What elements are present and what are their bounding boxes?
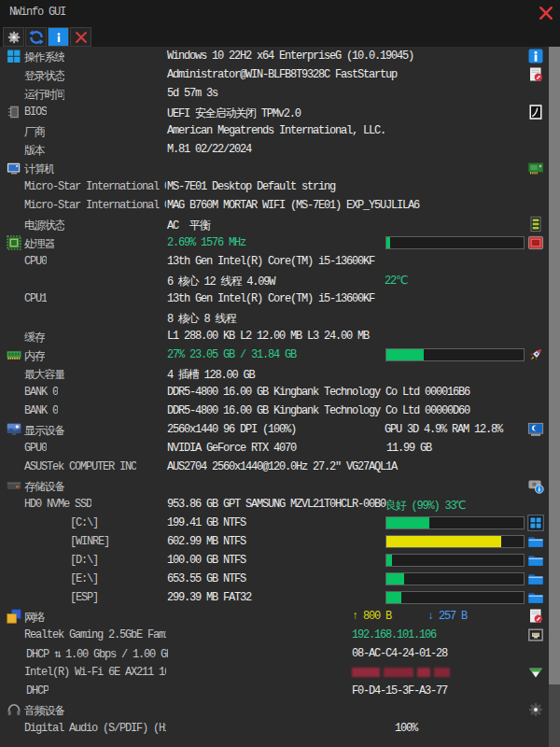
exit-button[interactable] bbox=[70, 27, 91, 47]
pcb-card-icon bbox=[527, 160, 544, 176]
usage-bar-fill bbox=[386, 555, 392, 566]
redacted-block bbox=[352, 668, 380, 677]
usage-bar bbox=[385, 516, 525, 529]
redacted-mac bbox=[352, 668, 454, 677]
info-row[interactable]: 最大容量4 插槽 128.00 GB bbox=[0, 364, 549, 383]
row-label: 缓存 bbox=[24, 330, 45, 345]
window-title: NWinfo GUI bbox=[9, 6, 65, 19]
info-row[interactable]: 运行时间5d 57m 3s bbox=[0, 84, 549, 103]
info-row[interactable]: DHCPF0-D4-15-3F-A3-77 bbox=[0, 682, 549, 700]
info-row[interactable]: 网络↑ 800 B↓ 257 B bbox=[0, 607, 549, 626]
info-row[interactable]: Micro-Star International CMS-7E01 Deskto… bbox=[0, 177, 549, 196]
row-value: UEFI 安全启动关闭 TPMv2.0 bbox=[167, 106, 301, 121]
redacted-block bbox=[434, 668, 450, 677]
row-label: 运行时间 bbox=[24, 87, 64, 103]
row-value: MAG B760M MORTAR WIFI (MS-7E01) EXP_Y5UJ… bbox=[167, 199, 419, 212]
info-row[interactable]: BANK 0DDR5-4800 16.00 GB Kingbank Techno… bbox=[0, 402, 549, 420]
redacted-block bbox=[384, 668, 413, 677]
info-row[interactable]: [ESP]299.39 MB FAT32 bbox=[0, 588, 549, 607]
ram-icon bbox=[7, 347, 21, 362]
row-value: 5d 57m 3s bbox=[167, 87, 217, 100]
usage-bar bbox=[385, 236, 525, 249]
windows-icon bbox=[7, 49, 21, 63]
info-row[interactable]: 显示设备2560x1440 96 DPI (100%)GPU 3D 4.9% R… bbox=[0, 420, 549, 439]
row-value: 6 核心 12 线程 4.09W bbox=[167, 274, 274, 289]
row-value: 199.41 GB NTFS bbox=[167, 516, 245, 529]
about-button[interactable] bbox=[48, 27, 69, 47]
row-label: BANK 0 bbox=[24, 404, 58, 417]
row-value: 299.39 MB FAT32 bbox=[167, 591, 251, 604]
info-row[interactable]: 电源状态AC 平衡 bbox=[0, 215, 549, 233]
row-label: 登录状态 bbox=[24, 68, 64, 84]
row-label: DHCP ⇅ 1.00 Gbps / 1.00 Gbps bbox=[26, 647, 168, 661]
battery-icon bbox=[527, 216, 544, 233]
row-value: 653.55 GB NTFS bbox=[167, 572, 245, 585]
edit-icon bbox=[527, 608, 544, 625]
scrollbar-thumb[interactable] bbox=[549, 47, 560, 684]
info-row[interactable]: BANK 0DDR5-4800 16.00 GB Kingbank Techno… bbox=[0, 383, 549, 402]
info-row[interactable]: [WINRE]602.99 MB NTFS bbox=[0, 532, 549, 551]
row-label: 电源状态 bbox=[24, 218, 64, 233]
info-row[interactable]: CPU113th Gen Intel(R) Core(TM) i5-13600K… bbox=[0, 289, 549, 308]
usage-bar bbox=[385, 591, 525, 604]
row-label: 处理器 bbox=[24, 236, 54, 252]
row-label: Intel(R) Wi-Fi 6E AX211 160MHz bbox=[24, 666, 166, 679]
row-value: L1 288.00 KB L2 12.00 MB L3 24.00 MB bbox=[167, 330, 369, 343]
info-row[interactable]: 存储设备 bbox=[0, 476, 549, 495]
info-row[interactable]: 缓存L1 288.00 KB L2 12.00 MB L3 24.00 MB bbox=[0, 327, 549, 345]
usage-bar-fill bbox=[386, 349, 424, 360]
info-row[interactable]: HD0 NVMe SSD953.86 GB GPT SAMSUNG MZVL21… bbox=[0, 495, 549, 514]
info-row[interactable]: [D:\]100.00 GB NTFS bbox=[0, 551, 549, 570]
row-label: BIOS bbox=[24, 106, 47, 119]
info-row[interactable]: 音频设备 bbox=[0, 700, 549, 719]
row-label: 存储设备 bbox=[24, 479, 64, 495]
info-row[interactable]: 8 核心 8 线程 bbox=[0, 308, 549, 327]
usage-bar-fill bbox=[386, 536, 501, 547]
info-row[interactable]: [C:\]199.41 GB NTFS bbox=[0, 514, 549, 532]
row-label: ASUSTek COMPUTER INC bbox=[24, 460, 136, 473]
edit-icon bbox=[527, 66, 544, 83]
info-row[interactable]: Intel(R) Wi-Fi 6E AX211 160MHz bbox=[0, 663, 549, 682]
settings-button[interactable] bbox=[3, 27, 24, 47]
row-label: 版本 bbox=[24, 143, 45, 159]
row-label: Micro-Star International C bbox=[24, 180, 166, 193]
info-row[interactable]: [E:\]653.55 GB NTFS bbox=[0, 570, 549, 588]
usage-bar bbox=[385, 348, 525, 361]
info-row[interactable]: 登录状态Administrator@WIN-BLFB8T9328C FastSt… bbox=[0, 65, 549, 84]
info-row[interactable]: BIOSUEFI 安全启动关闭 TPMv2.0 bbox=[0, 103, 549, 121]
row-value: Windows 10 22H2 x64 EnterpriseG (10.0.19… bbox=[167, 49, 413, 63]
info-row[interactable]: 操作系统Windows 10 22H2 x64 EnterpriseG (10.… bbox=[0, 47, 549, 65]
info-icon bbox=[51, 30, 66, 45]
close-icon[interactable] bbox=[539, 6, 553, 21]
windows-drive-icon bbox=[527, 514, 544, 531]
scrollbar[interactable] bbox=[549, 47, 560, 747]
usage-bar-fill bbox=[386, 517, 429, 529]
info-row[interactable]: 处理器2.69% 1576 MHz bbox=[0, 233, 549, 252]
row-value: F0-D4-15-3F-A3-77 bbox=[352, 684, 447, 698]
info-row[interactable]: ASUSTek COMPUTER INCAUS2704 2560x1440@12… bbox=[0, 458, 549, 476]
info-row[interactable]: DHCP ⇅ 1.00 Gbps / 1.00 Gbps08-AC-C4-24-… bbox=[0, 644, 549, 663]
info-row[interactable]: 厂商American Megatrends International, LLC… bbox=[0, 121, 549, 140]
usage-bar-fill bbox=[386, 237, 390, 248]
row-label: BANK 0 bbox=[24, 386, 58, 399]
info-row[interactable]: 6 核心 12 线程 4.09W22℃ bbox=[0, 271, 549, 289]
info-row[interactable]: Micro-Star International CMAG B760M MORT… bbox=[0, 196, 549, 215]
row-value: DDR5-4800 16.00 GB Kingbank Technology C… bbox=[167, 386, 469, 399]
refresh-button[interactable] bbox=[25, 27, 47, 47]
row-value: 8 核心 8 线程 bbox=[167, 311, 235, 327]
speaker-gear-icon bbox=[527, 701, 544, 718]
folder-icon bbox=[527, 552, 544, 569]
info-row[interactable]: 版本M.81 02/22/2024 bbox=[0, 140, 549, 159]
info-row[interactable]: CPU013th Gen Intel(R) Core(TM) i5-13600K… bbox=[0, 252, 549, 271]
row-value: 2560x1440 96 DPI (100%) bbox=[167, 423, 296, 436]
row-value: American Megatrends International, LLC. bbox=[167, 124, 385, 137]
row-value: 13th Gen Intel(R) Core(TM) i5-13600KF bbox=[167, 292, 374, 305]
row-value: AC 平衡 bbox=[167, 218, 210, 233]
row-label: [ESP] bbox=[70, 591, 98, 604]
info-icon bbox=[527, 48, 544, 64]
info-row[interactable]: 内存27% 23.05 GB / 31.84 GB bbox=[0, 345, 549, 364]
info-row[interactable]: 计算机 bbox=[0, 159, 549, 177]
info-row[interactable]: Digital Audio (S/PDIF) (High Definition … bbox=[0, 719, 549, 738]
info-row[interactable]: Realtek Gaming 2.5GbE Family Controller1… bbox=[0, 626, 549, 644]
info-row[interactable]: GPU0NVIDIA GeForce RTX 407011.99 GB bbox=[0, 439, 549, 458]
